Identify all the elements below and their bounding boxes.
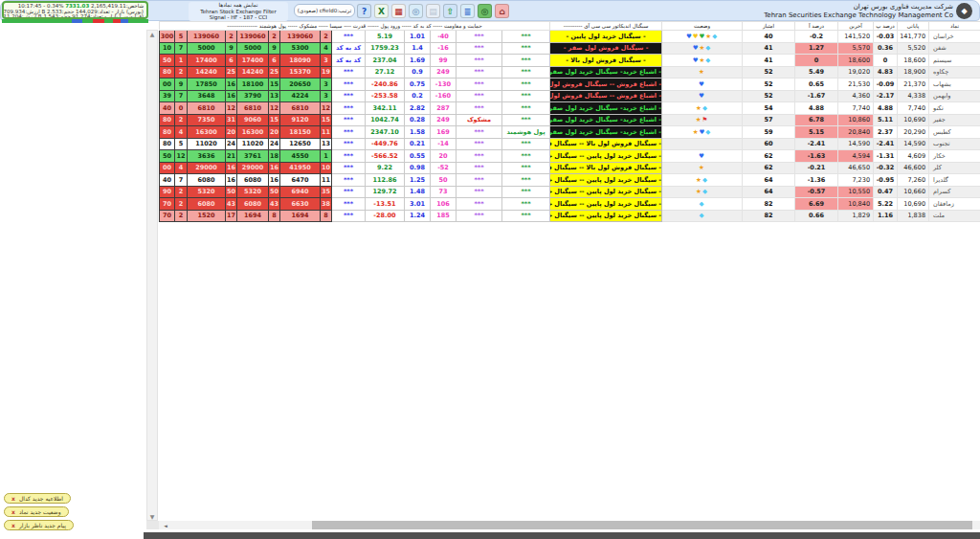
price1-cell: 6080 — [188, 198, 226, 211]
pct-close-cell: 0.36 — [874, 42, 898, 55]
header-pct-close[interactable]: درصد پ — [874, 22, 898, 31]
notification-pill[interactable]: اطلاعیه جدید کدالx — [4, 493, 71, 504]
table-row[interactable]: 501236362137611845501***-566.520.5520***… — [160, 150, 980, 163]
smart-money-cell: *** — [502, 150, 550, 163]
smart-money-cell: *** — [502, 210, 550, 222]
money-inflow-cell: -253.58 — [366, 90, 405, 102]
price2-cell: 3790 — [237, 90, 269, 102]
excel-export-icon[interactable]: X — [374, 4, 389, 18]
last-price-cell: 20,840 — [838, 126, 874, 139]
list-icon[interactable]: ≣ — [460, 4, 475, 18]
price1-cell: 1520 — [188, 210, 226, 222]
closing-price-cell: 141,770 — [898, 31, 929, 43]
money-entry-cell: -40 — [431, 31, 457, 43]
money-inflow-cell: -240.86 — [366, 79, 405, 91]
count-cell: 2 — [175, 66, 188, 79]
price1-cell: 11020 — [188, 138, 226, 150]
header-signal[interactable]: سیگنال اندیکاتور سی سی آی ---------- — [550, 22, 662, 31]
close-icon[interactable]: x — [11, 495, 15, 502]
pct-last-cell: -1.63 — [795, 150, 838, 163]
code-to-code-cell: *** — [332, 138, 366, 150]
header-last[interactable]: آخرین — [838, 22, 874, 31]
count-cell: 24 — [269, 138, 280, 150]
header-closing[interactable]: پایانی — [898, 22, 929, 31]
buyer-power-cell: 0.55 — [405, 150, 431, 163]
up-arrow-icon[interactable]: ⇧ — [443, 4, 457, 18]
table-row[interactable]: 902532050532050694035***129.721.4873****… — [160, 186, 980, 198]
count-cell: 16 — [226, 174, 237, 187]
signal-cell: - سیگنال فروش لول بالا -- سیگنال فروش لو… — [550, 162, 662, 174]
count-cell: 4 — [175, 162, 188, 174]
money-entry-cell: 287 — [431, 102, 457, 115]
count-cell: 43 — [226, 198, 237, 211]
vertical-scrollbar[interactable]: ▲ ▼ — [146, 30, 158, 521]
scroll-left-icon[interactable]: ◄ — [161, 521, 170, 529]
table-row[interactable]: 39736481637901342243***-253.580.2-160***… — [160, 90, 980, 102]
count-cell: 16 — [269, 174, 280, 187]
count-cell: 7 — [175, 42, 188, 55]
qty-cell: 90 — [160, 186, 175, 198]
table-row[interactable]: 805110202411020241265013***-449.760.21-1… — [160, 138, 980, 150]
count-cell: 35 — [321, 186, 332, 198]
scroll-down-icon[interactable]: ▼ — [150, 513, 155, 520]
zoom-icon[interactable]: ◎ — [409, 4, 423, 18]
suspicious-cell: *** — [457, 174, 502, 187]
suspicious-cell: *** — [457, 90, 502, 102]
search-icon[interactable]: ◎ — [478, 4, 492, 18]
horizontal-scroll-thumb[interactable] — [312, 521, 972, 529]
symbol-cell: گلدیرا — [929, 174, 980, 187]
table-row[interactable]: 702608043608043663038***-13.513.01106***… — [160, 198, 980, 211]
code-to-code-cell: *** — [332, 150, 366, 163]
count-cell: 25 — [269, 66, 280, 79]
header-pct-last[interactable]: درصد آ — [795, 22, 838, 31]
grid-icon[interactable]: ▦ — [391, 4, 406, 18]
price1-cell: 29000 — [188, 162, 226, 174]
smart-money-cell: *** — [502, 138, 550, 150]
home-icon[interactable]: ⌂ — [495, 4, 509, 18]
closing-price-cell: 4,338 — [898, 90, 929, 102]
breadth-segment — [93, 19, 104, 23]
table-row[interactable]: 3005139060213906021390602***5.191.01-40*… — [160, 31, 980, 43]
count-cell: 4 — [175, 126, 188, 139]
gem-icon: ◆ — [705, 56, 711, 64]
price3-cell: 15370 — [280, 66, 321, 79]
header-status[interactable]: وضعیت — [662, 22, 743, 31]
header-score[interactable]: امتیاز — [743, 22, 795, 31]
header-symbol[interactable]: نماد — [929, 22, 980, 31]
table-row[interactable]: 802735031906015912015***1042.740.28249مش… — [160, 114, 980, 126]
scroll-up-icon[interactable]: ▲ — [150, 31, 155, 37]
table-row[interactable]: 7021520171694816948***-28.001.24185*****… — [160, 210, 980, 222]
pct-close-cell: -0.03 — [874, 31, 898, 43]
smart-money-cell: *** — [502, 114, 550, 126]
suspicious-cell: *** — [457, 198, 502, 211]
table-row[interactable]: 004290001629000164195010***9.220.98-52**… — [160, 162, 980, 174]
table-row[interactable]: 107500095000953004کد به کد1759.231.4-16*… — [160, 42, 980, 55]
count-cell: 15 — [269, 79, 280, 91]
table-row[interactable]: 804163002016300201815011***2347.101.5816… — [160, 126, 980, 139]
table-row[interactable]: 501174006174006180903کد به کد237.041.699… — [160, 55, 980, 67]
money-inflow-cell: 1042.74 — [366, 114, 405, 126]
table-row[interactable]: 00917850161810015206503***-240.860.75-13… — [160, 79, 980, 91]
smart-money-cell: پول هوشمند — [502, 126, 550, 139]
help-icon[interactable]: ? — [357, 4, 371, 18]
price2-cell: 11020 — [237, 138, 269, 150]
closing-price-cell: 5,520 — [898, 42, 929, 55]
table-row[interactable]: 400681012681012681012***342.112.82287***… — [160, 102, 980, 115]
count-cell: 21 — [226, 150, 237, 163]
sort-order-box[interactable]: ترتیب:cfield0 (صعودی) — [294, 4, 355, 17]
close-icon[interactable]: x — [11, 522, 15, 528]
print-icon[interactable]: ▤ — [426, 4, 440, 18]
count-cell: 16 — [226, 162, 237, 174]
notification-pill[interactable]: پیام جدید ناظر بازارx — [4, 520, 74, 530]
buyer-power-cell: 0.21 — [405, 138, 431, 150]
table-row[interactable]: 407608016608016647011***112.861.2550****… — [160, 174, 980, 187]
close-icon[interactable]: x — [11, 508, 15, 515]
count-cell: 0 — [175, 102, 188, 115]
score-cell: 54 — [743, 102, 795, 115]
notification-pill[interactable]: وضعیت جدید نمادx — [4, 506, 69, 517]
heart-blue-icon: ♥ — [686, 33, 693, 40]
signal-cell: - سیگنال خرید لول پایین - — [550, 31, 662, 43]
pct-close-cell: 4.88 — [874, 102, 898, 115]
horizontal-scrollbar[interactable]: ◄ — [159, 521, 980, 529]
table-row[interactable]: 802142402514240251537019***27.120.9249**… — [160, 66, 980, 79]
